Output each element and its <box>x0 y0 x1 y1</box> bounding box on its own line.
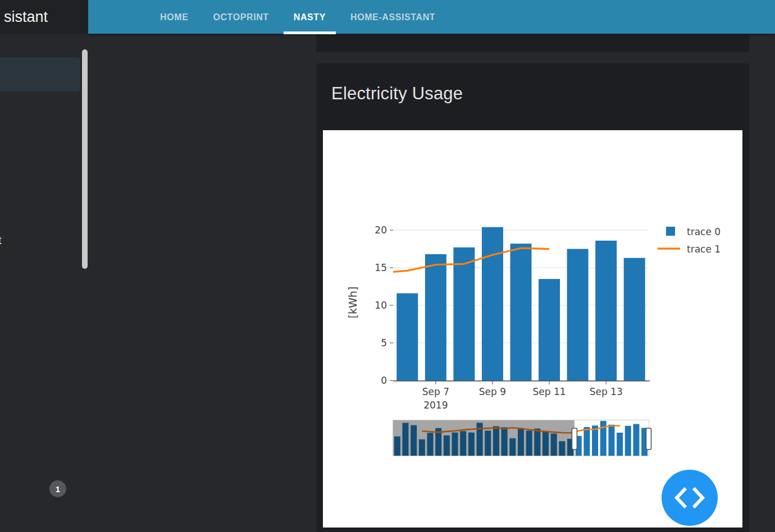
tab-octoprint[interactable]: OCTOPRINT <box>203 0 279 34</box>
bar-sep-6[interactable] <box>396 293 418 380</box>
card-above-bottom-edge <box>316 35 749 52</box>
rangeslider-bar <box>608 425 614 456</box>
sidebar-scrollbar-thumb[interactable] <box>82 49 88 269</box>
y-tick-label: 20 <box>375 224 387 236</box>
legend-item-trace1[interactable]: trace 1 <box>658 244 721 255</box>
bar-sep-7[interactable] <box>425 254 446 380</box>
y-tick-label: 0 <box>381 375 387 386</box>
rangeslider-bar <box>592 425 598 456</box>
rangeslider-bar <box>583 427 590 456</box>
electricity-usage-card: Electricity Usage 05101520[kWh]Sep 72019… <box>316 63 749 532</box>
sidebar-count-badge: 1 <box>49 480 66 497</box>
top-nav-bar: HOME OCTOPRINT NASTY HOME-ASSISTANT <box>88 0 775 34</box>
y-tick-label: 15 <box>375 262 387 273</box>
code-icon <box>673 485 706 511</box>
legend-label: trace 1 <box>687 244 721 255</box>
y-tick-label: 5 <box>381 337 387 348</box>
rangeslider-mask[interactable] <box>393 420 575 456</box>
bar-sep-11[interactable] <box>539 279 560 380</box>
electricity-chart: 05101520[kWh]Sep 72019Sep 9Sep 11Sep 13t… <box>323 130 742 528</box>
x-tick-sublabel: 2019 <box>423 400 448 411</box>
x-tick-label: Sep 13 <box>590 386 623 397</box>
nav-tabs: HOME OCTOPRINT NASTY HOME-ASSISTANT <box>150 0 445 34</box>
rangeslider-bar <box>617 433 623 456</box>
screen: sistant HOME OCTOPRINT NASTY HOME-ASSIST… <box>0 0 775 532</box>
y-axis-title: [kWh] <box>347 287 359 319</box>
bar-sep-12[interactable] <box>567 249 589 380</box>
sidebar-item-selected[interactable] <box>0 57 80 91</box>
bar-sep-8[interactable] <box>453 247 475 380</box>
rangeslider-bar <box>633 424 639 456</box>
app-title-partial: sistant <box>0 0 88 34</box>
sidebar-item-cutoff-label[interactable]: t <box>0 234 2 247</box>
x-tick-label: Sep 11 <box>533 386 566 397</box>
tab-nasty[interactable]: NASTY <box>284 0 336 34</box>
edit-code-fab-button[interactable] <box>662 470 718 526</box>
bar-sep-9[interactable] <box>482 227 503 380</box>
legend-swatch-bar <box>666 227 675 236</box>
x-tick-label: Sep 9 <box>479 386 506 397</box>
card-title: Electricity Usage <box>331 84 463 104</box>
x-tick-label: Sep 7 <box>422 386 449 397</box>
y-tick-label: 10 <box>375 300 387 311</box>
rangeslider-bar <box>625 426 631 456</box>
rangeslider-handle-right[interactable] <box>646 428 651 450</box>
electricity-chart-canvas: 05101520[kWh]Sep 72019Sep 9Sep 11Sep 13t… <box>323 130 742 528</box>
tab-home-assistant[interactable]: HOME-ASSISTANT <box>340 0 445 34</box>
tab-home[interactable]: HOME <box>150 0 198 34</box>
rangeslider-handle-left[interactable] <box>572 428 577 450</box>
legend-label: trace 0 <box>687 226 721 237</box>
legend-item-trace0[interactable]: trace 0 <box>666 226 721 237</box>
bar-sep-13[interactable] <box>595 241 617 380</box>
bar-sep-10[interactable] <box>510 244 532 380</box>
bar-sep-14[interactable] <box>624 258 645 380</box>
